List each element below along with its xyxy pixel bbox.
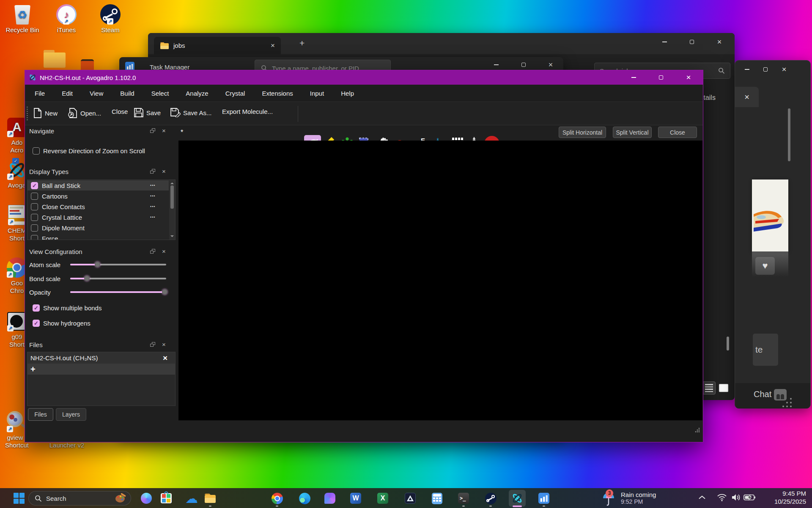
avogadro-close-button[interactable]: × [680,72,697,83]
explorer-close-button[interactable]: × [711,36,728,47]
display-type-options-button[interactable]: ••• [150,194,155,198]
reverse-zoom-checkbox[interactable] [33,147,40,155]
taskmgr-maximize-button[interactable] [515,59,532,70]
display-type-checkbox[interactable] [31,214,38,221]
desktop-icon-steam[interactable]: ↗ Steam [90,3,131,34]
display-types-scrollbar[interactable] [169,180,175,240]
float-panel-icon[interactable] [150,342,155,347]
explorer-minimize-button[interactable] [656,36,673,47]
taskbar-calculator-icon[interactable] [428,490,445,507]
taskbar-word-icon[interactable]: W [347,490,364,507]
taskmgr-minimize-button[interactable] [488,59,505,70]
display-type-options-button[interactable]: ••• [150,215,155,219]
display-type-checkbox[interactable]: ✓ [31,182,38,189]
tab-close-icon[interactable]: × [271,41,275,50]
taskbar-steam-icon[interactable] [482,490,499,507]
photos-scrollbar[interactable] [788,108,790,161]
photos-maximize-button[interactable] [757,64,774,75]
start-button[interactable] [14,493,25,504]
taskbar-affinity-icon[interactable] [402,490,419,507]
export-molecule-button[interactable]: Export Molecule... [222,108,273,115]
avogadro-maximize-button[interactable] [653,72,669,83]
display-type-checkbox[interactable] [31,193,38,200]
taskbar-store-icon[interactable] [158,490,175,507]
menu-input[interactable]: Input [304,87,330,99]
taskbar-chrome-icon[interactable] [269,490,285,507]
display-type-row[interactable]: Cartoons ••• [27,191,169,201]
weather-widget[interactable]: 3 Rain coming 9:52 PM [602,488,687,508]
display-type-checkbox[interactable] [31,203,38,210]
display-type-checkbox[interactable] [31,224,38,232]
explorer-thumbnail-view-toggle[interactable] [717,381,730,395]
window-resize-grip-icon[interactable] [694,427,700,433]
explorer-list-view-toggle[interactable] [702,381,716,395]
wifi-icon[interactable] [717,494,727,501]
close-panel-icon[interactable]: × [162,169,166,174]
opacity-slider[interactable] [70,291,166,293]
menu-extensions[interactable]: Extensions [255,87,299,99]
avogadro-title-bar[interactable]: NH2-CS-H.out - Avogadro 1.102.0 × [25,70,703,85]
tab-close-icon[interactable]: × [744,92,749,102]
reverse-zoom-option[interactable]: Reverse Direction of Zoom on Scroll [33,147,145,155]
taskbar-task-manager-icon[interactable] [535,490,552,507]
taskbar-copilot-icon[interactable] [138,490,155,507]
resize-grip-icon[interactable] [781,397,793,408]
multiple-bonds-checkbox[interactable]: ✓ [33,304,40,312]
display-type-checkbox[interactable] [31,235,38,240]
battery-icon[interactable] [743,494,755,500]
file-close-icon[interactable]: × [163,353,167,363]
explorer-maximize-button[interactable] [683,36,700,47]
taskbar-excel-icon[interactable]: X [374,490,391,507]
hydrogens-checkbox[interactable]: ✓ [33,320,40,327]
atom-scale-slider[interactable] [70,264,166,265]
menu-build[interactable]: Build [114,87,140,99]
open-button[interactable]: Open... [68,108,101,118]
multiple-bonds-option[interactable]: ✓ Show multiple bonds [33,304,102,312]
chat-label[interactable]: Chat [754,389,771,399]
toolbar-grip[interactable] [27,107,28,121]
taskbar-explorer-icon[interactable] [202,490,219,507]
taskbar-avogadro-icon[interactable] [509,490,526,507]
menu-select[interactable]: Select [145,87,176,99]
display-type-row[interactable]: ✓ Ball and Stick ••• [27,180,169,190]
opacity-thumb[interactable] [162,289,167,295]
train-photo[interactable] [752,179,788,251]
file-item-row[interactable]: NH2-CS-H.out (CH₃NS) × [27,352,175,364]
explorer-tab-jobs[interactable]: jobs × [154,37,281,54]
atom-scale-thumb[interactable] [95,262,100,267]
close-button[interactable]: Close [112,108,128,115]
split-horizontal-button[interactable]: Split Horizontal [559,127,606,138]
close-panel-icon[interactable]: × [162,249,166,254]
float-panel-icon[interactable] [150,169,155,174]
bond-scale-slider[interactable] [70,278,166,279]
new-button[interactable]: New [33,108,58,118]
save-button[interactable]: Save [134,108,161,117]
float-panel-icon[interactable] [150,249,155,254]
hydrogens-option[interactable]: ✓ Show hydrogens [33,320,91,327]
layers-tab[interactable]: Layers [56,408,86,421]
desktop-icon-itunes[interactable]: ♪ ↗ iTunes [46,3,87,34]
tray-chevron-up-icon[interactable] [698,495,706,500]
bond-scale-thumb[interactable] [84,276,90,281]
taskbar-search[interactable]: Search [28,491,131,505]
molecule-viewport[interactable] [178,141,702,420]
taskbar-edge-icon[interactable] [296,490,313,507]
new-tab-button[interactable]: + [299,38,304,48]
desktop-icon-recycle-bin[interactable]: ♻ Recycle Bin [2,3,43,34]
volume-icon[interactable] [732,494,741,501]
partial-button[interactable]: te [753,334,778,366]
menu-file[interactable]: File [28,87,51,99]
display-type-options-button[interactable]: ••• [150,183,155,188]
photos-tab[interactable]: × [735,87,759,107]
taskbar-clock[interactable]: 9:45 PM 10/25/2025 [757,490,806,505]
menu-edit[interactable]: Edit [55,87,79,99]
add-file-row[interactable]: + [27,364,175,375]
menu-help[interactable]: Help [335,87,360,99]
taskbar-loop-icon[interactable] [321,490,338,507]
display-type-row[interactable]: Dipole Moment [27,223,169,233]
viewport-close-button[interactable]: Close [658,127,697,138]
taskbar-onedrive-icon[interactable]: ☁ [183,490,200,507]
display-type-row[interactable]: Crystal Lattice ••• [27,212,169,222]
menu-crystal[interactable]: Crystal [219,87,252,99]
taskbar-terminal-icon[interactable]: >_ [455,490,472,507]
